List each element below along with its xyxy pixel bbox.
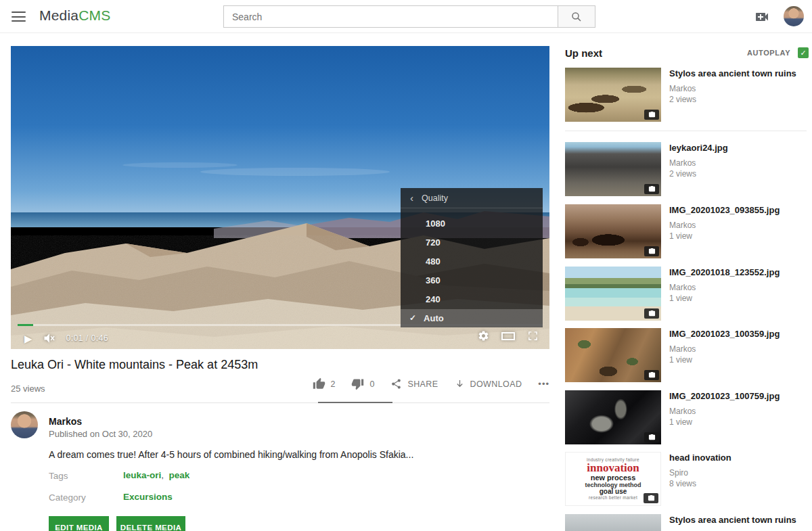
settings-gear-icon[interactable] — [478, 330, 489, 342]
delete-media-button[interactable]: DELETE MEDIA — [116, 516, 185, 531]
play-icon[interactable]: ▶ — [24, 333, 32, 344]
list-item[interactable]: IMG_20201023_100759.jpg Markos 1 view — [565, 390, 807, 444]
item-title: IMG_20201018_123552.jpg — [669, 267, 807, 278]
list-item[interactable]: leykaori24.jpg Markos 2 views — [565, 142, 807, 196]
camera-icon — [644, 110, 659, 120]
autoplay-checkbox[interactable]: ✓ — [798, 47, 809, 58]
item-author: Spiro — [669, 467, 807, 478]
share-label: SHARE — [407, 379, 438, 389]
download-button[interactable]: DOWNLOAD — [455, 378, 522, 390]
chevron-left-icon: ‹ — [410, 192, 413, 204]
more-options-icon[interactable]: ••• — [538, 379, 549, 389]
thumbnail-dark-cave — [565, 390, 661, 444]
list-item[interactable]: Stylos area ancient town ruins — [565, 514, 807, 531]
quality-option-auto[interactable]: ✓ Auto — [401, 309, 543, 327]
thumbnail-cave-house — [565, 204, 661, 258]
autoplay-toggle[interactable]: AUTOPLAY ✓ — [747, 47, 809, 58]
share-button[interactable]: SHARE — [390, 378, 438, 390]
camera-icon — [644, 308, 659, 319]
check-icon: ✓ — [409, 309, 416, 327]
download-label: DOWNLOAD — [470, 379, 522, 389]
item-author: Markos — [669, 344, 807, 354]
section-divider — [11, 402, 549, 403]
quality-option-240[interactable]: 240 — [401, 290, 543, 309]
tag-leuka-ori[interactable]: leuka-ori — [123, 470, 161, 480]
wordcloud-text: innovation — [587, 462, 639, 474]
player-controls-right — [478, 330, 539, 342]
logo[interactable]: MediaCMS — [39, 7, 110, 24]
category-label: Category — [49, 492, 86, 503]
thumbnail-cliff-gorge — [565, 328, 661, 382]
like-button[interactable]: 2 — [313, 377, 336, 390]
logo-cms-text: CMS — [78, 7, 110, 23]
list-item[interactable]: industry creativity failure innovation n… — [565, 452, 807, 506]
item-title: head inovation — [669, 453, 807, 463]
camera-icon — [644, 370, 659, 380]
time-display: 0:01 / 0:46 — [66, 333, 108, 343]
player-controls-left: ▶ 0:01 / 0:46 — [24, 329, 108, 347]
tags-values: leuka-ori, peak — [123, 470, 189, 480]
item-views: 1 view — [669, 354, 807, 365]
camera-icon — [644, 246, 659, 256]
item-views: 1 view — [669, 231, 807, 241]
item-title: IMG_20201023_100759.jpg — [669, 391, 807, 402]
thumbnail-beach-lagoon — [565, 267, 661, 321]
item-author: Markos — [669, 406, 807, 417]
theater-mode-icon[interactable] — [501, 331, 516, 342]
author-avatar[interactable] — [11, 411, 38, 438]
user-avatar[interactable] — [784, 6, 804, 26]
thumb-up-icon — [313, 377, 325, 390]
autoplay-label: AUTOPLAY — [747, 49, 790, 57]
list-item[interactable]: Stylos area ancient town ruins Markos 2 … — [565, 68, 807, 122]
search-bar — [223, 5, 595, 28]
quality-options-list: 1080 720 480 360 240 ✓ Auto — [401, 208, 543, 327]
quality-menu: ‹ Quality 1080 720 480 360 240 ✓ Auto — [401, 188, 543, 327]
quality-option-480[interactable]: 480 — [401, 252, 543, 271]
tag-separator: , — [161, 470, 164, 480]
item-views: 1 view — [669, 417, 807, 428]
media-description: A dream comes true! After 4-5 hours of c… — [49, 449, 482, 460]
list-item[interactable]: IMG_20201023_093855.jpg Markos 1 view — [565, 204, 807, 258]
search-input[interactable] — [223, 5, 558, 28]
quality-option-1080[interactable]: 1080 — [401, 214, 543, 233]
thumb-down-icon — [351, 377, 364, 390]
upload-media-button[interactable] — [754, 9, 770, 25]
quality-option-360[interactable]: 360 — [401, 271, 543, 290]
list-item[interactable]: IMG_20201023_100359.jpg Markos 1 view — [565, 328, 807, 382]
item-author: Markos — [669, 83, 807, 94]
page-title: Leuka Ori - White mountains - Peak at 24… — [11, 358, 484, 372]
item-title: IMG_20201023_093855.jpg — [669, 205, 807, 216]
search-button[interactable] — [558, 5, 595, 28]
camera-icon — [644, 432, 659, 442]
category-value[interactable]: Excursions — [123, 492, 173, 502]
quality-option-auto-label: Auto — [424, 309, 444, 327]
media-actions: 2 0 SHARE DOWNLOAD ••• — [291, 377, 549, 390]
camera-icon — [644, 493, 658, 503]
logo-media-text: Media — [39, 7, 78, 23]
share-icon — [390, 378, 402, 390]
top-app-bar: MediaCMS — [0, 0, 812, 33]
thumbnail-innovation-wordcloud: industry creativity failure innovation n… — [565, 452, 661, 506]
menu-icon[interactable] — [12, 11, 26, 22]
video-player[interactable]: ▶ 0:01 / 0:46 ‹ Quality 1080 720 480 360… — [11, 46, 549, 349]
quality-menu-title: Quality — [422, 193, 448, 203]
camera-icon — [644, 184, 659, 194]
edit-media-button[interactable]: EDIT MEDIA — [49, 516, 109, 531]
quality-option-720[interactable]: 720 — [401, 233, 543, 252]
search-icon — [570, 11, 583, 23]
dislike-count: 0 — [369, 379, 374, 389]
quality-menu-back[interactable]: ‹ Quality — [401, 188, 543, 208]
item-author: Markos — [669, 220, 807, 231]
download-arrow-icon — [455, 378, 465, 390]
item-views: 2 views — [669, 168, 807, 179]
dislike-button[interactable]: 0 — [351, 377, 374, 390]
item-views: 1 view — [669, 293, 807, 304]
item-title: leykaori24.jpg — [669, 143, 807, 154]
volume-muted-icon[interactable] — [43, 331, 56, 345]
check-icon: ✓ — [800, 49, 806, 57]
fullscreen-icon[interactable] — [527, 330, 539, 342]
tag-peak[interactable]: peak — [169, 470, 190, 480]
author-name[interactable]: Markos — [49, 416, 82, 427]
thumbnail-leykaori — [565, 142, 661, 196]
list-item[interactable]: IMG_20201018_123552.jpg Markos 1 view — [565, 267, 807, 321]
